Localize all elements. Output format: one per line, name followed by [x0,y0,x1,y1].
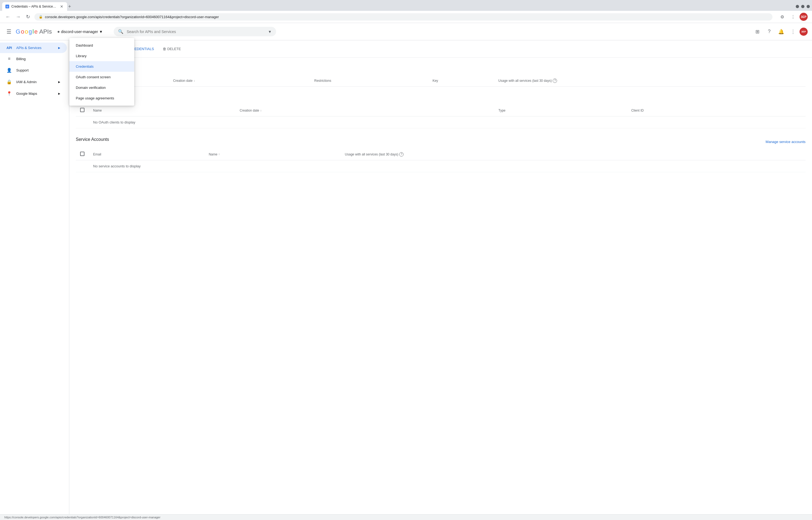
dropdown-menu: Dashboard Library Credentials OAuth cons… [69,38,134,106]
dropdown-item-library[interactable]: Library [69,51,134,61]
dropdown-item-credentials[interactable]: Credentials [69,61,134,72]
status-bar: https://console.developers.google.com/ap… [0,514,812,520]
status-url: https://console.developers.google.com/ap… [4,516,161,519]
dropdown-item-domain-verification[interactable]: Domain verification [69,82,134,93]
dropdown-item-page-usage[interactable]: Page usage agreements [69,93,134,103]
dropdown-item-dashboard[interactable]: Dashboard [69,40,134,51]
dropdown-item-oauth-consent[interactable]: OAuth consent screen [69,72,134,82]
